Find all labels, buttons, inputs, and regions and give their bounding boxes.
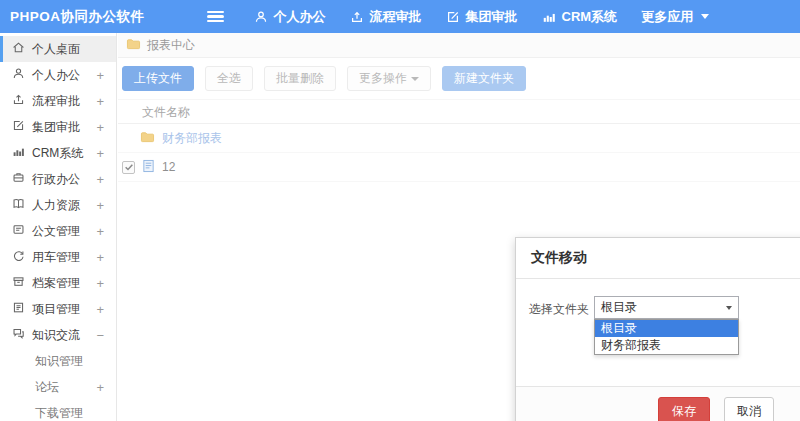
file-move-dialog: 文件移动 选择文件夹 根目录 根目录 财务部报表 保存 取消 — [515, 237, 800, 421]
batch-delete-button[interactable]: 批量删除 — [264, 66, 336, 91]
expand-icon[interactable]: + — [96, 198, 104, 213]
caret-down-icon — [411, 77, 419, 81]
document-icon — [12, 223, 32, 239]
nav-workflow-approval[interactable]: 流程审批 — [350, 8, 422, 26]
expand-icon[interactable]: + — [96, 250, 104, 265]
sidebar-subitem-download-management[interactable]: 下载管理 — [0, 400, 116, 421]
select-all-button[interactable]: 全选 — [205, 66, 253, 91]
sidebar-item-crm-system[interactable]: CRM系统 + — [0, 140, 116, 166]
more-operations-button[interactable]: 更多操作 — [347, 66, 431, 91]
dialog-title: 文件移动 — [516, 238, 800, 279]
sidebar: 个人桌面 个人办公 + 流程审批 + — [0, 33, 117, 421]
sidebar-item-archive-management[interactable]: 档案管理 + — [0, 270, 116, 296]
sidebar-item-project-management[interactable]: 项目管理 + — [0, 296, 116, 322]
upload-icon — [12, 93, 32, 109]
expand-icon[interactable]: + — [96, 380, 104, 395]
folder-select-label: 选择文件夹 — [529, 301, 589, 318]
expand-icon[interactable]: + — [96, 224, 104, 239]
book-icon — [12, 197, 32, 213]
dialog-footer: 保存 取消 — [516, 386, 800, 421]
nav-group-approval[interactable]: 集团审批 — [446, 8, 518, 26]
file-row[interactable]: 12 — [118, 153, 800, 182]
sidebar-item-knowledge-exchange[interactable]: 知识交流 − — [0, 322, 116, 348]
select-caret-icon — [726, 306, 732, 310]
row-checkbox[interactable] — [122, 161, 135, 174]
folder-name-link[interactable]: 财务部报表 — [162, 130, 222, 147]
expand-icon[interactable]: + — [96, 302, 104, 317]
user-icon — [254, 10, 268, 24]
edit-icon — [446, 10, 460, 24]
sidebar-item-admin-office[interactable]: 行政办公 + — [0, 166, 116, 192]
chat-bubbles-icon — [12, 327, 32, 343]
sidebar-item-human-resources[interactable]: 人力资源 + — [0, 192, 116, 218]
folder-icon — [140, 130, 155, 146]
option-root-directory[interactable]: 根目录 — [595, 320, 738, 337]
selected-option-text: 根目录 — [601, 299, 637, 316]
caret-down-icon — [701, 14, 709, 19]
new-folder-button[interactable]: 新建文件夹 — [442, 66, 526, 91]
folder-select-dropdown: 根目录 财务部报表 — [594, 319, 739, 355]
expand-icon[interactable]: + — [96, 276, 104, 291]
cancel-button[interactable]: 取消 — [724, 397, 774, 421]
topbar: PHPOA协同办公软件 个人办公 流程审批 — [0, 0, 800, 33]
folder-icon — [126, 37, 141, 53]
sidebar-item-personal-desktop[interactable]: 个人桌面 — [0, 36, 116, 62]
expand-icon[interactable]: + — [96, 94, 104, 109]
option-finance-reports[interactable]: 财务部报表 — [595, 337, 738, 354]
sidebar-item-personal-office[interactable]: 个人办公 + — [0, 62, 116, 88]
vehicle-icon — [12, 249, 32, 265]
sidebar-item-vehicle-management[interactable]: 用车管理 + — [0, 244, 116, 270]
expand-icon[interactable]: + — [96, 120, 104, 135]
app-logo: PHPOA协同办公软件 — [10, 8, 145, 26]
nav-more-apps[interactable]: 更多应用 — [641, 8, 709, 26]
upload-file-button[interactable]: 上传文件 — [122, 66, 194, 91]
top-navigation: 个人办公 流程审批 集团审批 — [254, 8, 734, 26]
menu-toggle-icon[interactable] — [207, 11, 224, 23]
bar-chart-icon — [12, 145, 32, 161]
sidebar-subitem-knowledge-management[interactable]: 知识管理 — [0, 348, 116, 374]
edit-icon — [12, 119, 32, 135]
sidebar-subitem-forum[interactable]: 论坛 + — [0, 374, 116, 400]
folder-select[interactable]: 根目录 — [594, 296, 739, 319]
sidebar-item-workflow-approval[interactable]: 流程审批 + — [0, 88, 116, 114]
collapse-icon[interactable]: − — [96, 328, 104, 343]
toolbar: 上传文件 全选 批量删除 更多操作 新建文件夹 — [118, 58, 800, 100]
folder-row[interactable]: 财务部报表 — [118, 124, 800, 153]
breadcrumb-label: 报表中心 — [147, 37, 195, 54]
sidebar-item-group-approval[interactable]: 集团审批 + — [0, 114, 116, 140]
nav-personal-office[interactable]: 个人办公 — [254, 8, 326, 26]
sidebar-item-document-management[interactable]: 公文管理 + — [0, 218, 116, 244]
nav-crm-system[interactable]: CRM系统 — [542, 8, 618, 26]
spreadsheet-file-icon — [142, 159, 155, 176]
file-name-column-header: 文件名称 — [118, 100, 800, 124]
breadcrumb: 报表中心 — [118, 33, 800, 58]
bar-chart-icon — [542, 10, 556, 24]
expand-icon[interactable]: + — [96, 68, 104, 83]
upload-icon — [350, 10, 364, 24]
file-name-text: 12 — [162, 160, 175, 174]
expand-icon[interactable]: + — [96, 146, 104, 161]
expand-icon[interactable]: + — [96, 172, 104, 187]
briefcase-icon — [12, 171, 32, 187]
save-button[interactable]: 保存 — [658, 397, 710, 421]
clipboard-icon — [12, 301, 32, 317]
app-window: PHPOA协同办公软件 个人办公 流程审批 — [0, 0, 800, 421]
user-icon — [12, 67, 32, 83]
archive-icon — [12, 275, 32, 291]
home-icon — [12, 41, 32, 57]
